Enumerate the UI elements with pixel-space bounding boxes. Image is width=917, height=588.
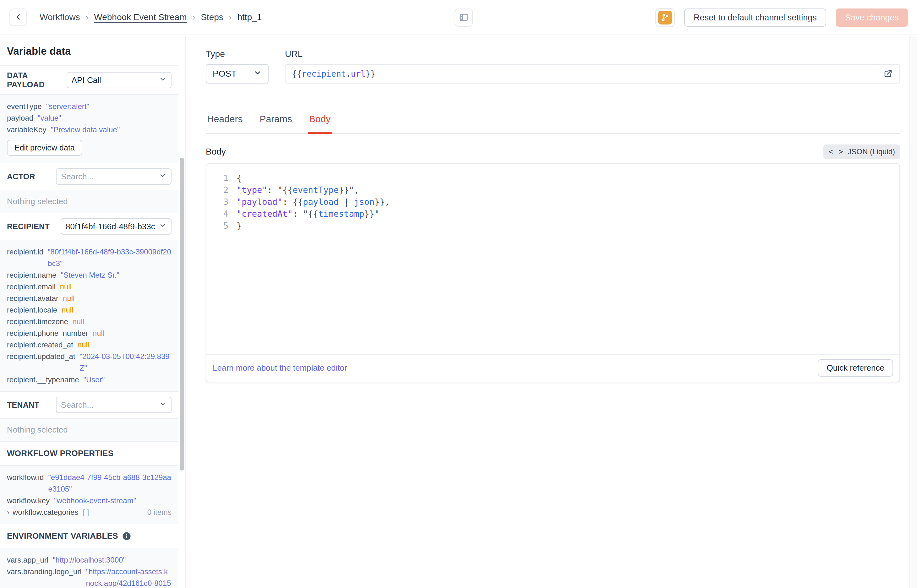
back-button[interactable] (10, 8, 27, 26)
data-payload-section: DATA PAYLOAD API Call (0, 66, 178, 95)
kv-key: recipient.timezone (7, 316, 68, 327)
kv-row: variableKey"Preview data value" (7, 124, 171, 136)
kv-row: vars.branding.logo_url"https://account-a… (7, 566, 171, 588)
kv-row: recipient.phone_numbernull (7, 327, 171, 339)
right-gutter (909, 36, 917, 588)
chevron-down-icon (159, 172, 166, 181)
kv-key: variableKey (7, 124, 46, 136)
tab-body[interactable]: Body (308, 114, 332, 133)
quick-reference-button[interactable]: Quick reference (818, 359, 893, 376)
tenant-empty-note: Nothing selected (0, 419, 178, 441)
tab-params[interactable]: Params (258, 114, 293, 133)
language-badge: < > JSON (Liquid) (823, 144, 900, 159)
breadcrumb-separator: › (192, 13, 195, 22)
sidebar-title-section: Variable data (0, 36, 178, 66)
kv-value: "Steven Metz Sr." (61, 269, 171, 281)
kv-value: null (63, 292, 171, 304)
chevron-down-icon (159, 75, 166, 85)
recipient-label: RECIPIENT (7, 222, 50, 231)
commit-changes-button[interactable] (655, 8, 675, 27)
expand-url-button[interactable] (880, 66, 896, 82)
tab-headers[interactable]: Headers (206, 114, 244, 133)
kv-value: null (60, 281, 171, 292)
git-branch-icon (658, 11, 672, 24)
kv-key: vars.branding.logo_url (7, 566, 81, 588)
template-editor-docs-link[interactable]: Learn more about the template editor (213, 363, 347, 373)
line-number: 1 (214, 172, 228, 184)
breadcrumb-item-webhook-event-stream[interactable]: Webhook Event Stream (94, 12, 187, 22)
kv-value: "80f1f4bf-166d-48f9-b33c-39009df20bc3" (48, 246, 171, 269)
data-payload-label: DATA PAYLOAD (7, 71, 66, 89)
line-number: 4 (214, 208, 228, 220)
actor-empty-section: Nothing selected (0, 191, 178, 213)
request-tabs: HeadersParamsBody (206, 114, 900, 134)
kv-row: recipient.created_atnull (7, 339, 171, 351)
code-icon: < > (828, 147, 844, 156)
kv-row: workflow.key"webhook-event-stream" (7, 495, 171, 506)
kv-value: null (77, 339, 171, 351)
kv-value: "https://account-assets.knock.app/42d161… (86, 566, 171, 588)
type-label: Type (206, 49, 269, 59)
environment-variables-section: vars.app_url"http://localhost:3000"vars.… (0, 548, 178, 588)
body-code-editor[interactable]: 1{2"type": "{{eventType}}",3"payload": {… (207, 164, 899, 355)
workflow-properties-section: workflow.id"e91ddae4-7f99-45cb-a688-3c12… (0, 466, 178, 524)
chevron-down-icon (253, 69, 262, 79)
kv-key: recipient.avatar (7, 292, 58, 304)
kv-key: recipient.created_at (7, 339, 73, 351)
kv-row: workflow.id"e91ddae4-7f99-45cb-a688-3c12… (7, 472, 171, 495)
recipient-section: RECIPIENT 80f1f4bf-166d-48f9-b33c (0, 213, 178, 240)
code-line: 4"createdAt": "{{timestamp}}" (214, 208, 899, 220)
kv-key: recipient.name (7, 269, 56, 281)
code-line: 5} (214, 220, 899, 232)
chevron-down-icon (159, 400, 166, 410)
kv-row: recipient.avatarnull (7, 292, 171, 304)
kv-key: payload (7, 112, 33, 124)
chevron-right-icon: › (7, 506, 10, 518)
sidebar-scrollbar-thumb[interactable] (180, 158, 184, 470)
actor-empty-note: Nothing selected (0, 191, 178, 213)
edit-preview-data-button[interactable]: Edit preview data (7, 140, 82, 156)
kv-value: "e91ddae4-7f99-45cb-a688-3c129aae3105" (48, 472, 171, 495)
url-input[interactable]: {{recipient.url}} (285, 64, 900, 84)
code-line: 1{ (214, 172, 899, 184)
kv-key: eventType (7, 100, 42, 112)
info-icon[interactable] (122, 531, 131, 541)
preview-data-section: eventType"server:alert"payload"value"var… (0, 95, 178, 163)
tenant-label: TENANT (7, 401, 39, 410)
kv-row: payload"value" (7, 112, 171, 124)
kv-count: 0 items (147, 506, 171, 518)
body-editor-card: 1{2"type": "{{eventType}}",3"payload": {… (206, 163, 900, 382)
kv-row: recipient.localenull (7, 304, 171, 316)
actor-search-select[interactable]: Search... (56, 168, 171, 185)
chevron-down-icon (159, 222, 166, 231)
breadcrumb-item-steps[interactable]: Steps (201, 12, 223, 22)
code-line: 2"type": "{{eventType}}", (214, 184, 899, 196)
kv-value: "server:alert" (46, 100, 171, 112)
kv-key: workflow.key (7, 495, 50, 506)
tenant-empty-section: Nothing selected (0, 419, 178, 442)
breadcrumb-item-workflows[interactable]: Workflows (40, 12, 80, 22)
breadcrumb: Workflows›Webhook Event Stream›Steps›htt… (40, 12, 262, 22)
variable-data-sidebar: Variable data DATA PAYLOAD API Call even… (0, 36, 186, 588)
kv-row: recipient.name"Steven Metz Sr." (7, 269, 171, 281)
kv-value: "Preview data value" (50, 124, 171, 136)
kv-value: null (73, 316, 171, 327)
data-payload-select[interactable]: API Call (66, 72, 171, 88)
step-editor-main: Type POST URL {{recipient.url}} (186, 36, 909, 588)
environment-variables-header: ENVIRONMENT VARIABLES (0, 524, 178, 548)
sidebar-toggle-button[interactable] (455, 8, 473, 27)
tenant-search-select[interactable]: Search... (56, 397, 171, 413)
chevron-left-icon (14, 13, 23, 22)
kv-value: "http://localhost:3000" (53, 554, 171, 566)
kv-key: vars.app_url (7, 554, 48, 566)
kv-row: recipient.__typename"User" (7, 374, 171, 385)
recipient-select[interactable]: 80f1f4bf-166d-48f9-b33c (61, 218, 171, 235)
save-changes-button[interactable]: Save changes (836, 8, 908, 27)
workflow-properties-header: WORKFLOW PROPERTIES (0, 442, 178, 466)
kv-row: recipient.timezonenull (7, 316, 171, 327)
url-label: URL (285, 49, 900, 59)
kv-key: recipient.__typename (7, 374, 79, 385)
method-select[interactable]: POST (206, 64, 269, 84)
reset-channel-settings-button[interactable]: Reset to default channel settings (684, 8, 826, 27)
kv-row[interactable]: ›workflow.categories[ ]0 items (7, 506, 171, 518)
